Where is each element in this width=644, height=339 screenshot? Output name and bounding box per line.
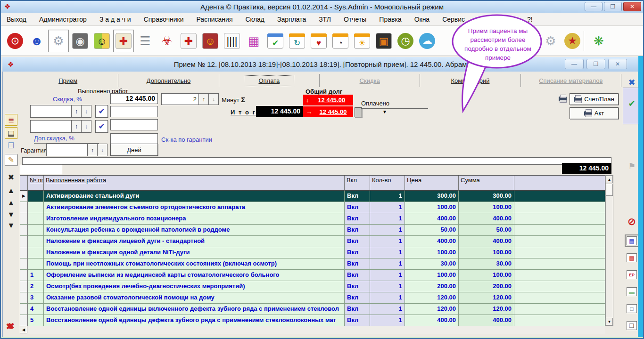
med-card-icon[interactable]: ✚ (113, 30, 134, 52)
table-row[interactable]: Наложение и фиксация лицевой дуги - стан… (20, 236, 605, 247)
minutes-up-button[interactable]: ↑ (198, 94, 208, 105)
tab-oplata[interactable]: Оплата (219, 74, 320, 87)
calendar-confirm-icon[interactable]: ✔ (265, 30, 286, 52)
table-row[interactable]: Консультация ребенка с врожденной патоло… (20, 225, 605, 236)
doc-close-button[interactable]: ✕ (608, 59, 627, 69)
header-num[interactable]: № пп (28, 176, 44, 191)
tab-dopolnitelno[interactable]: Дополнительно (118, 74, 219, 87)
header-work[interactable]: Выполненная работа (44, 176, 345, 191)
calendar-favorite-icon[interactable]: ♥ (308, 30, 329, 52)
menu-item[interactable]: Правка (379, 16, 401, 23)
extra-discount-spinner[interactable]: ↑ ↓ (30, 120, 91, 133)
extra-discount-amount-field[interactable] (110, 119, 158, 130)
table-row[interactable]: 5 Восстановление одной единицы дефекта з… (20, 315, 605, 326)
discount-amount-field[interactable] (110, 106, 158, 117)
extra-discount-down-button[interactable]: ↓ (81, 121, 91, 132)
minutes-spinner[interactable]: 2 ↑ ↓ (161, 93, 219, 105)
tab-priem[interactable]: Прием (18, 74, 118, 87)
move-down-icon[interactable]: ▼ (5, 209, 17, 220)
minutes-input[interactable]: 2 (162, 94, 198, 105)
toolbar-separator[interactable] (584, 31, 587, 51)
clear-icon[interactable]: ✖ (5, 171, 17, 183)
table-row[interactable]: Активирование элементов съемного ортодон… (20, 202, 605, 213)
discount-input[interactable] (31, 105, 71, 117)
table-row[interactable]: 4 Восстановление одной единицы включенно… (20, 304, 605, 315)
patient-card-icon[interactable]: ☺ (200, 30, 221, 52)
worklist-icon[interactable]: ≣ (5, 114, 17, 126)
scroll-left-button[interactable]: ◀ (20, 326, 27, 333)
tools-settings-icon[interactable]: ⚙ (48, 30, 69, 52)
invoice-plan-button[interactable]: Счет/План (570, 93, 619, 105)
discount-up-button[interactable]: ↑ (71, 105, 81, 117)
menu-item[interactable]: Окна (414, 16, 430, 23)
delete-reception-icon[interactable]: ✖ (6, 321, 13, 332)
view-ep-icon[interactable]: EP (627, 270, 637, 279)
debt-total-value[interactable]: ↓12 445.00 (303, 95, 353, 105)
move-first-icon[interactable]: ▲ (5, 185, 17, 196)
table-row[interactable]: 2 Осмотр(без проведения лечебно-диагност… (20, 281, 605, 292)
header-qty[interactable]: Кол-во (370, 176, 405, 191)
table-horizontal-scrollbar[interactable]: ◀ (20, 326, 605, 334)
users-icon[interactable]: ☻ (26, 30, 47, 52)
header-sum[interactable]: Сумма (459, 176, 514, 191)
finder-icon[interactable]: ☺ (91, 30, 112, 52)
warranty-up-button[interactable]: ↑ (87, 144, 97, 156)
calendar-repeat-icon[interactable]: ↻ (287, 30, 307, 52)
menu-item[interactable]: Расписания (197, 16, 233, 23)
restore-button[interactable]: ❐ (604, 2, 622, 11)
debt-detail-button[interactable] (355, 107, 362, 117)
printer-icon[interactable] (559, 97, 567, 101)
icq-icon[interactable]: ❋ (588, 30, 609, 52)
menu-item[interactable]: Выход (7, 16, 26, 23)
paid-dropdown[interactable]: ▼ (362, 108, 407, 118)
warranty-discount-field[interactable] (110, 133, 158, 145)
calendar-day-icon[interactable]: ☀ (352, 30, 372, 52)
table-row[interactable]: ▶ Активирование стальной дуги Вкл 1 300.… (20, 191, 605, 202)
doc-restore-button[interactable]: ❐ (586, 59, 605, 69)
discount-down-button[interactable]: ↓ (81, 105, 91, 117)
cancel-icon[interactable]: ⊘ (625, 216, 638, 228)
menu-item[interactable]: Склад (245, 16, 264, 23)
report-page-icon[interactable]: ❏ (627, 321, 637, 330)
discount-spinner[interactable]: ↑ ↓ (30, 105, 91, 118)
debt-current-value[interactable]: →12 445.00 (303, 106, 353, 117)
header-vkl[interactable]: Вкл (345, 176, 370, 191)
doc-minimize-button[interactable]: — (565, 59, 584, 69)
save-print-icon[interactable]: ▤ (5, 127, 17, 139)
apply-extra-discount-button[interactable]: ✔ (95, 120, 108, 133)
view-green-page-icon[interactable]: ▬ (627, 287, 637, 296)
menu-item[interactable]: Отчеты (344, 16, 366, 23)
barcode-icon[interactable]: |||| (222, 30, 242, 52)
extra-discount-up-button[interactable]: ↑ (71, 121, 81, 132)
edit-record-icon[interactable]: ✎ (5, 154, 17, 166)
menu-item[interactable]: Справочники (144, 16, 184, 23)
stamp-disabled-icon[interactable]: ⚑ (625, 160, 638, 172)
menu-item[interactable]: Администратор (39, 16, 87, 23)
scroll-thumb[interactable] (606, 184, 613, 196)
alarm-clock-icon[interactable]: ◷ (395, 30, 416, 52)
performed-amount-field[interactable]: 12 445.00 (110, 93, 158, 104)
alarm-star-icon[interactable]: ★ (562, 30, 583, 52)
media-player-icon[interactable]: ▣ (373, 30, 394, 52)
view-blank-page-icon[interactable]: □ (627, 304, 637, 313)
biohazard-icon[interactable]: ☣ (157, 30, 177, 52)
warranty-spinner[interactable]: ↑ ↓ (46, 144, 107, 156)
first-aid-icon[interactable]: ✚ (178, 30, 199, 52)
scroll-up-button[interactable]: ▲ (606, 176, 613, 183)
video-archive-icon[interactable]: ◉ (70, 30, 91, 52)
header-price[interactable]: Цена (405, 176, 459, 191)
tab-skidka[interactable]: Скидка (320, 74, 420, 87)
schedule-grid-icon[interactable]: ▦ (243, 30, 264, 52)
close-form-icon[interactable]: ✖ (625, 76, 638, 89)
view-lines-dense-icon[interactable]: ▤ (627, 253, 637, 262)
menu-item[interactable]: Зарплата (277, 16, 306, 23)
minutes-down-button[interactable]: ↓ (208, 94, 218, 105)
archive-books-icon[interactable]: ☰ (135, 30, 156, 52)
scroll-down-button[interactable]: ▼ (606, 318, 613, 325)
menu-item[interactable]: ЗТЛ (319, 16, 331, 23)
extra-discount-input[interactable] (31, 121, 71, 132)
days-button[interactable]: Дней (110, 144, 158, 156)
window-image-icon[interactable]: ❐ (5, 140, 17, 152)
internet-icon[interactable]: ☁ (417, 30, 438, 52)
close-button[interactable]: ✕ (623, 2, 641, 11)
